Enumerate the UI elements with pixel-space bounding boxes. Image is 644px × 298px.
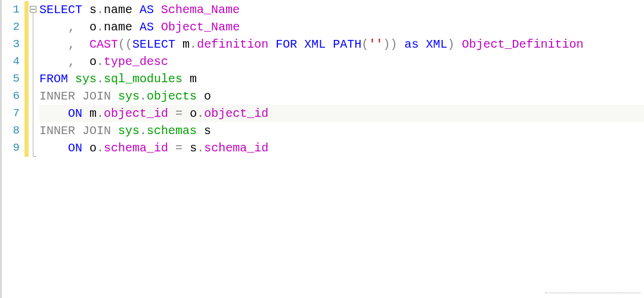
code-line[interactable]: FROM sys.sql_modules m <box>39 70 644 88</box>
fold-toggle-icon[interactable] <box>30 6 36 13</box>
code-editor-area[interactable]: SELECT s.name AS Schema_Name , o.name AS… <box>39 0 644 298</box>
modified-line-marker <box>24 53 29 70</box>
modified-line-marker <box>24 18 29 36</box>
code-line[interactable]: INNER JOIN sys.objects o <box>39 88 644 105</box>
modified-line-marker <box>24 1 29 18</box>
modified-line-marker <box>24 70 29 88</box>
fold-column[interactable] <box>29 0 39 298</box>
modified-line-marker <box>24 36 29 53</box>
modification-stripe <box>24 0 29 298</box>
code-line[interactable]: , CAST((SELECT m.definition FOR XML PATH… <box>39 36 644 53</box>
line-number: 9 <box>2 139 24 157</box>
code-line[interactable]: ON o.schema_id = s.schema_id <box>39 139 644 157</box>
line-number: 3 <box>2 36 24 53</box>
fold-guide-end <box>33 156 36 157</box>
code-line[interactable]: ON m.object_id = o.object_id <box>39 105 644 122</box>
code-line[interactable]: SELECT s.name AS Schema_Name <box>39 1 644 18</box>
fold-guide-line <box>33 13 33 157</box>
line-number-gutter[interactable]: 123456789 <box>2 0 24 298</box>
modified-line-marker <box>24 139 29 157</box>
line-number: 5 <box>2 70 24 88</box>
code-line[interactable]: , o.type_desc <box>39 53 644 70</box>
code-line[interactable]: INNER JOIN sys.schemas s <box>39 122 644 139</box>
modified-line-marker <box>24 105 29 122</box>
line-number: 8 <box>2 122 24 139</box>
line-number: 6 <box>2 88 24 105</box>
modified-line-marker <box>24 88 29 105</box>
line-number: 2 <box>2 18 24 36</box>
line-number: 7 <box>2 105 24 122</box>
scrollbar-stub[interactable] <box>545 293 640 297</box>
modified-line-marker <box>24 122 29 139</box>
line-number: 4 <box>2 53 24 70</box>
code-line[interactable]: , o.name AS Object_Name <box>39 18 644 36</box>
line-number: 1 <box>2 1 24 18</box>
